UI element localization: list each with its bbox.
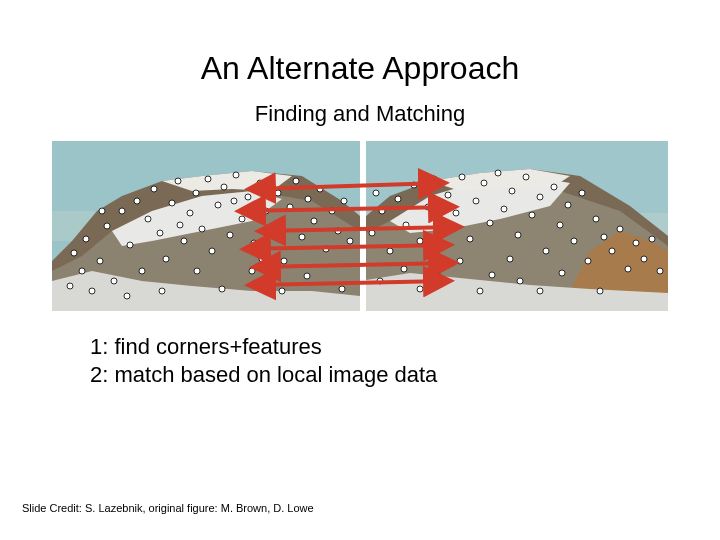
svg-point-15 <box>139 268 145 274</box>
svg-point-63 <box>259 256 265 262</box>
svg-point-46 <box>323 246 329 252</box>
svg-point-87 <box>467 236 473 242</box>
svg-point-8 <box>83 236 89 242</box>
svg-point-30 <box>227 232 233 238</box>
svg-point-62 <box>231 198 237 204</box>
svg-point-57 <box>194 268 200 274</box>
svg-point-28 <box>215 202 221 208</box>
svg-point-17 <box>151 186 157 192</box>
svg-point-109 <box>625 266 631 272</box>
svg-point-38 <box>275 190 281 196</box>
svg-point-20 <box>169 200 175 206</box>
svg-point-49 <box>341 198 347 204</box>
svg-point-120 <box>507 256 513 262</box>
svg-point-56 <box>339 286 345 292</box>
svg-point-45 <box>317 186 323 192</box>
body-line-1: 1: find corners+features <box>90 333 660 361</box>
body-line-2: 2: match based on local image data <box>90 361 660 389</box>
svg-point-12 <box>119 208 125 214</box>
svg-point-16 <box>145 216 151 222</box>
svg-point-121 <box>401 266 407 272</box>
svg-point-21 <box>175 178 181 184</box>
svg-point-37 <box>269 226 275 232</box>
svg-point-43 <box>305 196 311 202</box>
svg-point-95 <box>523 174 529 180</box>
svg-point-85 <box>453 210 459 216</box>
mountain-image-left <box>52 141 360 311</box>
svg-point-14 <box>134 198 140 204</box>
svg-point-99 <box>551 184 557 190</box>
svg-point-55 <box>279 288 285 294</box>
svg-point-80 <box>417 238 423 244</box>
svg-point-93 <box>509 188 515 194</box>
svg-point-92 <box>501 206 507 212</box>
svg-point-83 <box>439 228 445 234</box>
slide: An Alternate Approach Finding and Matchi… <box>0 0 720 540</box>
svg-point-88 <box>473 198 479 204</box>
svg-point-96 <box>529 212 535 218</box>
svg-point-58 <box>249 268 255 274</box>
svg-point-36 <box>263 208 269 214</box>
svg-point-10 <box>104 223 110 229</box>
svg-point-82 <box>431 176 437 182</box>
svg-point-124 <box>373 190 379 196</box>
mountain-image-right <box>360 141 668 311</box>
svg-point-110 <box>633 240 639 246</box>
svg-point-114 <box>377 278 383 284</box>
svg-point-94 <box>515 232 521 238</box>
svg-point-51 <box>67 283 73 289</box>
svg-point-13 <box>127 242 133 248</box>
svg-point-102 <box>571 238 577 244</box>
svg-point-89 <box>481 180 487 186</box>
svg-point-111 <box>641 256 647 262</box>
svg-point-107 <box>609 248 615 254</box>
slide-subtitle: Finding and Matching <box>20 101 700 127</box>
svg-point-74 <box>369 230 375 236</box>
body-text: 1: find corners+features 2: match based … <box>90 333 660 388</box>
figure-left-panel <box>52 141 360 311</box>
svg-point-116 <box>477 288 483 294</box>
svg-point-79 <box>411 182 417 188</box>
svg-point-61 <box>177 222 183 228</box>
svg-point-65 <box>79 268 85 274</box>
svg-point-25 <box>199 226 205 232</box>
svg-point-29 <box>221 184 227 190</box>
svg-point-60 <box>124 293 130 299</box>
svg-point-125 <box>559 270 565 276</box>
svg-point-52 <box>89 288 95 294</box>
svg-point-41 <box>293 178 299 184</box>
svg-point-81 <box>425 204 431 210</box>
svg-point-39 <box>281 258 287 264</box>
slide-title: An Alternate Approach <box>20 50 700 87</box>
svg-point-42 <box>299 234 305 240</box>
svg-point-90 <box>487 220 493 226</box>
svg-point-104 <box>585 258 591 264</box>
svg-point-34 <box>251 240 257 246</box>
svg-point-113 <box>657 268 663 274</box>
svg-point-98 <box>543 248 549 254</box>
svg-point-112 <box>649 236 655 242</box>
svg-point-119 <box>457 258 463 264</box>
svg-point-115 <box>417 286 423 292</box>
svg-point-76 <box>387 248 393 254</box>
svg-point-118 <box>597 288 603 294</box>
svg-point-50 <box>347 238 353 244</box>
svg-point-91 <box>495 170 501 176</box>
svg-point-106 <box>601 234 607 240</box>
svg-point-47 <box>329 208 335 214</box>
svg-point-26 <box>205 176 211 182</box>
svg-point-108 <box>617 226 623 232</box>
svg-point-117 <box>537 288 543 294</box>
svg-point-40 <box>287 204 293 210</box>
svg-point-86 <box>459 174 465 180</box>
svg-point-64 <box>99 208 105 214</box>
svg-point-44 <box>311 218 317 224</box>
svg-point-32 <box>239 216 245 222</box>
svg-point-33 <box>245 194 251 200</box>
svg-point-11 <box>111 278 117 284</box>
slide-credit: Slide Credit: S. Lazebnik, original figu… <box>22 502 314 514</box>
svg-point-35 <box>257 180 263 186</box>
panel-divider <box>360 141 366 311</box>
svg-point-123 <box>489 272 495 278</box>
svg-point-103 <box>579 190 585 196</box>
